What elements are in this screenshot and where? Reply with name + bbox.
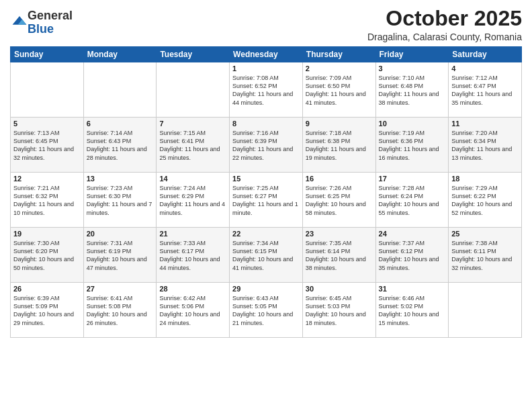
table-row: 31Sunrise: 6:46 AM Sunset: 5:02 PM Dayli…: [375, 283, 449, 338]
logo-general: General: [28, 9, 73, 22]
table-row: [449, 283, 522, 338]
day-number: 1: [232, 64, 300, 73]
week-row-1: 5Sunrise: 7:13 AM Sunset: 6:45 PM Daylig…: [11, 118, 522, 173]
day-number: 17: [379, 175, 446, 183]
header-tuesday: Tuesday: [157, 47, 230, 62]
table-row: [11, 62, 84, 118]
page: General Blue October 2025 Dragalina, Cal…: [0, 0, 532, 411]
header-wednesday: Wednesday: [230, 47, 303, 62]
table-row: 11Sunrise: 7:20 AM Sunset: 6:34 PM Dayli…: [449, 118, 522, 173]
day-info: Sunrise: 7:30 AM Sunset: 6:20 PM Dayligh…: [13, 239, 81, 272]
day-number: 5: [13, 120, 81, 128]
day-number: 14: [159, 175, 226, 183]
day-info: Sunrise: 6:45 AM Sunset: 5:03 PM Dayligh…: [306, 294, 373, 327]
day-number: 26: [13, 285, 81, 293]
day-info: Sunrise: 7:26 AM Sunset: 6:25 PM Dayligh…: [306, 184, 373, 217]
table-row: 21Sunrise: 7:33 AM Sunset: 6:17 PM Dayli…: [157, 228, 230, 283]
day-info: Sunrise: 7:29 AM Sunset: 6:22 PM Dayligh…: [451, 184, 519, 217]
day-info: Sunrise: 7:13 AM Sunset: 6:45 PM Dayligh…: [13, 129, 81, 162]
day-number: 20: [87, 230, 154, 238]
day-number: 4: [451, 64, 519, 73]
table-row: 3Sunrise: 7:10 AM Sunset: 6:48 PM Daylig…: [375, 62, 449, 118]
day-info: Sunrise: 7:09 AM Sunset: 6:50 PM Dayligh…: [306, 74, 373, 107]
table-row: 26Sunrise: 6:39 AM Sunset: 5:09 PM Dayli…: [11, 283, 84, 338]
day-number: 19: [13, 230, 81, 238]
day-info: Sunrise: 7:37 AM Sunset: 6:12 PM Dayligh…: [379, 239, 446, 272]
logo-text: General Blue: [28, 9, 73, 36]
location: Dragalina, Calarasi County, Romania: [367, 32, 522, 42]
day-number: 28: [159, 285, 226, 293]
day-number: 7: [159, 120, 226, 128]
header-friday: Friday: [375, 47, 449, 62]
table-row: 20Sunrise: 7:31 AM Sunset: 6:19 PM Dayli…: [83, 228, 157, 283]
table-row: 25Sunrise: 7:38 AM Sunset: 6:11 PM Dayli…: [449, 228, 522, 283]
day-number: 3: [379, 64, 446, 73]
day-info: Sunrise: 6:39 AM Sunset: 5:09 PM Dayligh…: [13, 294, 81, 327]
day-info: Sunrise: 7:25 AM Sunset: 6:27 PM Dayligh…: [232, 184, 300, 217]
day-number: 24: [379, 230, 446, 238]
table-row: 6Sunrise: 7:14 AM Sunset: 6:43 PM Daylig…: [83, 118, 157, 173]
table-row: 24Sunrise: 7:37 AM Sunset: 6:12 PM Dayli…: [375, 228, 449, 283]
table-row: 18Sunrise: 7:29 AM Sunset: 6:22 PM Dayli…: [449, 173, 522, 228]
table-row: 13Sunrise: 7:23 AM Sunset: 6:30 PM Dayli…: [83, 173, 157, 228]
day-number: 30: [306, 285, 373, 293]
day-info: Sunrise: 7:23 AM Sunset: 6:30 PM Dayligh…: [87, 184, 154, 217]
table-row: 15Sunrise: 7:25 AM Sunset: 6:27 PM Dayli…: [230, 173, 303, 228]
day-info: Sunrise: 7:34 AM Sunset: 6:15 PM Dayligh…: [232, 239, 300, 272]
week-row-2: 12Sunrise: 7:21 AM Sunset: 6:32 PM Dayli…: [11, 173, 522, 228]
day-info: Sunrise: 7:33 AM Sunset: 6:17 PM Dayligh…: [159, 239, 226, 272]
header-thursday: Thursday: [302, 47, 375, 62]
logo: General Blue: [10, 9, 73, 36]
month-title: October 2025: [367, 7, 522, 30]
day-number: 18: [451, 175, 519, 183]
table-row: 2Sunrise: 7:09 AM Sunset: 6:50 PM Daylig…: [302, 62, 375, 118]
table-row: 12Sunrise: 7:21 AM Sunset: 6:32 PM Dayli…: [11, 173, 84, 228]
table-row: 29Sunrise: 6:43 AM Sunset: 5:05 PM Dayli…: [230, 283, 303, 338]
day-info: Sunrise: 7:10 AM Sunset: 6:48 PM Dayligh…: [379, 74, 446, 107]
day-number: 15: [232, 175, 300, 183]
header-saturday: Saturday: [449, 47, 522, 62]
day-number: 8: [232, 120, 300, 128]
day-info: Sunrise: 7:18 AM Sunset: 6:38 PM Dayligh…: [306, 129, 373, 162]
day-info: Sunrise: 7:28 AM Sunset: 6:24 PM Dayligh…: [379, 184, 446, 217]
day-info: Sunrise: 6:46 AM Sunset: 5:02 PM Dayligh…: [379, 294, 446, 327]
table-row: 5Sunrise: 7:13 AM Sunset: 6:45 PM Daylig…: [11, 118, 84, 173]
table-row: 8Sunrise: 7:16 AM Sunset: 6:39 PM Daylig…: [230, 118, 303, 173]
header-sunday: Sunday: [11, 47, 84, 62]
day-info: Sunrise: 7:12 AM Sunset: 6:47 PM Dayligh…: [451, 74, 519, 107]
weekday-header-row: Sunday Monday Tuesday Wednesday Thursday…: [11, 47, 522, 62]
table-row: 17Sunrise: 7:28 AM Sunset: 6:24 PM Dayli…: [375, 173, 449, 228]
header-monday: Monday: [83, 47, 157, 62]
table-row: 9Sunrise: 7:18 AM Sunset: 6:38 PM Daylig…: [302, 118, 375, 173]
day-info: Sunrise: 7:08 AM Sunset: 6:52 PM Dayligh…: [232, 74, 300, 107]
week-row-0: 1Sunrise: 7:08 AM Sunset: 6:52 PM Daylig…: [11, 62, 522, 118]
day-number: 25: [451, 230, 519, 238]
day-info: Sunrise: 7:19 AM Sunset: 6:36 PM Dayligh…: [379, 129, 446, 162]
table-row: 7Sunrise: 7:15 AM Sunset: 6:41 PM Daylig…: [157, 118, 230, 173]
day-number: 2: [306, 64, 373, 73]
day-info: Sunrise: 7:24 AM Sunset: 6:29 PM Dayligh…: [159, 184, 226, 217]
table-row: 28Sunrise: 6:42 AM Sunset: 5:06 PM Dayli…: [157, 283, 230, 338]
day-number: 11: [451, 120, 519, 128]
day-number: 6: [87, 120, 154, 128]
day-number: 31: [379, 285, 446, 293]
day-number: 13: [87, 175, 154, 183]
day-info: Sunrise: 6:42 AM Sunset: 5:06 PM Dayligh…: [159, 294, 226, 327]
table-row: 10Sunrise: 7:19 AM Sunset: 6:36 PM Dayli…: [375, 118, 449, 173]
day-info: Sunrise: 7:20 AM Sunset: 6:34 PM Dayligh…: [451, 129, 519, 162]
logo-blue: Blue: [28, 22, 54, 36]
week-row-4: 26Sunrise: 6:39 AM Sunset: 5:09 PM Dayli…: [11, 283, 522, 338]
table-row: 14Sunrise: 7:24 AM Sunset: 6:29 PM Dayli…: [157, 173, 230, 228]
logo-icon: [11, 15, 28, 28]
day-number: 23: [306, 230, 373, 238]
title-block: October 2025 Dragalina, Calarasi County,…: [367, 7, 522, 42]
day-info: Sunrise: 7:16 AM Sunset: 6:39 PM Dayligh…: [232, 129, 300, 162]
table-row: 1Sunrise: 7:08 AM Sunset: 6:52 PM Daylig…: [230, 62, 303, 118]
table-row: 16Sunrise: 7:26 AM Sunset: 6:25 PM Dayli…: [302, 173, 375, 228]
day-info: Sunrise: 7:38 AM Sunset: 6:11 PM Dayligh…: [451, 239, 519, 272]
day-number: 16: [306, 175, 373, 183]
day-info: Sunrise: 6:43 AM Sunset: 5:05 PM Dayligh…: [232, 294, 300, 327]
day-number: 21: [159, 230, 226, 238]
calendar: Sunday Monday Tuesday Wednesday Thursday…: [10, 46, 522, 338]
day-info: Sunrise: 7:15 AM Sunset: 6:41 PM Dayligh…: [159, 129, 226, 162]
